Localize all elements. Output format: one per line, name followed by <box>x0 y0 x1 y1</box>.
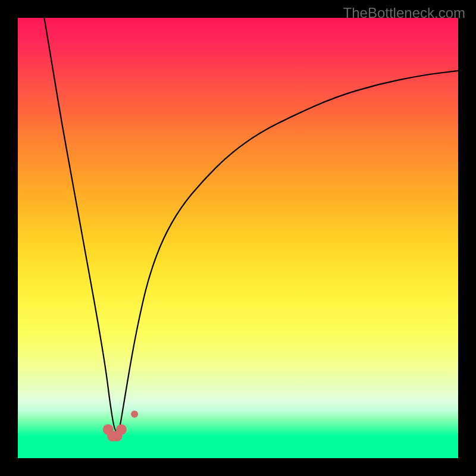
chart-svg-layer <box>18 18 458 458</box>
chart-markers-group <box>103 411 138 441</box>
chart-plot-area <box>18 18 458 458</box>
watermark-text: TheBottleneck.com <box>343 5 465 21</box>
bottleneck-curve-path <box>44 18 458 432</box>
chart-marker <box>131 411 138 418</box>
chart-marker <box>116 424 127 435</box>
